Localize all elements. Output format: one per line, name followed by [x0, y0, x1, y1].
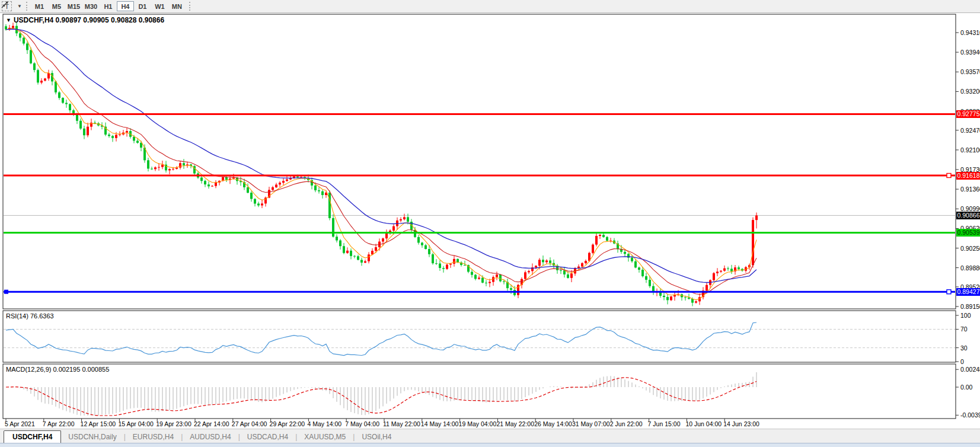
time-axis-label: 7 May 04:00 — [345, 420, 379, 427]
tab-usdchf-h4[interactable]: USDCHF,H4 — [4, 430, 61, 443]
chart-tab-bar: USDCHF,H4USDCNH,Daily|EURUSD,H4|AUDUSD,H… — [0, 429, 980, 443]
time-axis-label: 11 May 22:00 — [383, 420, 420, 427]
price-axis-tick-label: 0.93570 — [960, 68, 980, 75]
time-axis-label: 5 Apr 2021 — [5, 420, 35, 427]
chart-symbol-header[interactable]: ▼USDCHF,H4 0.90897 0.90905 0.90828 0.908… — [6, 16, 164, 24]
time-axis-label: 26 May 14:00 — [534, 420, 572, 427]
chart-canvas[interactable] — [0, 0, 980, 447]
price-axis-tick-label: 0.92470 — [960, 127, 980, 134]
macd-axis-label: -0.00394 — [960, 411, 980, 419]
price-line-tag: 0.89427 — [956, 288, 980, 296]
time-axis-label: 14 Jun 23:00 — [723, 420, 759, 427]
tab-eurusd-h4[interactable]: EURUSD,H4 — [126, 431, 181, 443]
tab-xauusd-m5[interactable]: XAUUSD,M5 — [297, 431, 353, 443]
rsi-indicator-label: RSI(14) 76.6363 — [6, 312, 54, 320]
macd-axis-label: 0.00 — [960, 384, 972, 391]
rsi-axis-label: 70 — [960, 325, 968, 333]
time-axis-label: 10 Jun 04:00 — [685, 420, 722, 427]
time-axis-label: 2 Jun 22:00 — [610, 420, 643, 427]
time-axis-label: 19 Apr 23:00 — [156, 420, 191, 427]
macd-axis-label: 0.002487 — [960, 366, 980, 373]
time-axis-label: 22 Apr 14:00 — [194, 420, 229, 427]
price-axis-tick-label: 0.93200 — [960, 88, 980, 95]
rsi-axis-label: 100 — [960, 312, 971, 319]
price-axis-tick-label: 0.90250 — [960, 245, 980, 252]
price-line-tag: 0.90539 — [956, 229, 980, 237]
price-axis-tick-label: 0.89150 — [960, 303, 980, 310]
current-price-tag: 0.90866 — [956, 212, 980, 219]
time-axis-label: 14 May 14:00 — [421, 420, 459, 427]
rsi-axis-label: 30 — [960, 344, 968, 352]
price-axis-tick-label: 0.92100 — [960, 146, 980, 154]
time-axis-label: 27 Apr 04:00 — [232, 420, 267, 427]
time-axis-label: 29 Apr 22:00 — [270, 420, 305, 427]
trading-app-window: T ▼ M1M5M15M30H1H4D1W1MN ▼USDCHF,H4 0.90… — [0, 0, 980, 447]
price-line-tag: 0.91618 — [956, 172, 980, 180]
rsi-axis-label: 0 — [960, 358, 964, 365]
price-axis-tick-label: 0.93940 — [960, 49, 980, 56]
time-axis-label: 7 Apr 22:00 — [43, 420, 75, 427]
time-axis-label: 21 May 22:00 — [496, 420, 534, 427]
time-axis-label: 15 Apr 04:00 — [118, 420, 154, 427]
time-axis-label: 7 Jun 15:00 — [648, 420, 681, 427]
tab-usoil-h4[interactable]: USOil,H4 — [355, 431, 398, 443]
symbol-dropdown-icon[interactable]: ▼ — [6, 17, 11, 23]
symbol-ohlc-text: USDCHF,H4 0.90897 0.90905 0.90828 0.9086… — [14, 16, 164, 24]
tab-usdcnh-daily[interactable]: USDCNH,Daily — [61, 431, 123, 443]
price-line-tag: 0.92775 — [956, 110, 980, 118]
macd-indicator-label: MACD(12,26,9) 0.002195 0.000855 — [6, 366, 109, 373]
price-axis-tick-label: 0.91360 — [960, 186, 980, 193]
tab-usdcad-h4[interactable]: USDCAD,H4 — [240, 431, 295, 443]
status-strip — [0, 443, 980, 447]
time-axis-label: 4 May 14:00 — [307, 420, 341, 427]
time-axis-label: 19 May 04:00 — [459, 420, 497, 427]
time-axis-label: 12 Apr 15:00 — [81, 420, 116, 427]
price-axis-tick-label: 0.94310 — [960, 29, 980, 36]
time-axis-label: 31 May 07:00 — [572, 420, 610, 427]
tab-audusd-h4[interactable]: AUDUSD,H4 — [183, 431, 238, 443]
price-axis-tick-label: 0.89880 — [960, 264, 980, 272]
